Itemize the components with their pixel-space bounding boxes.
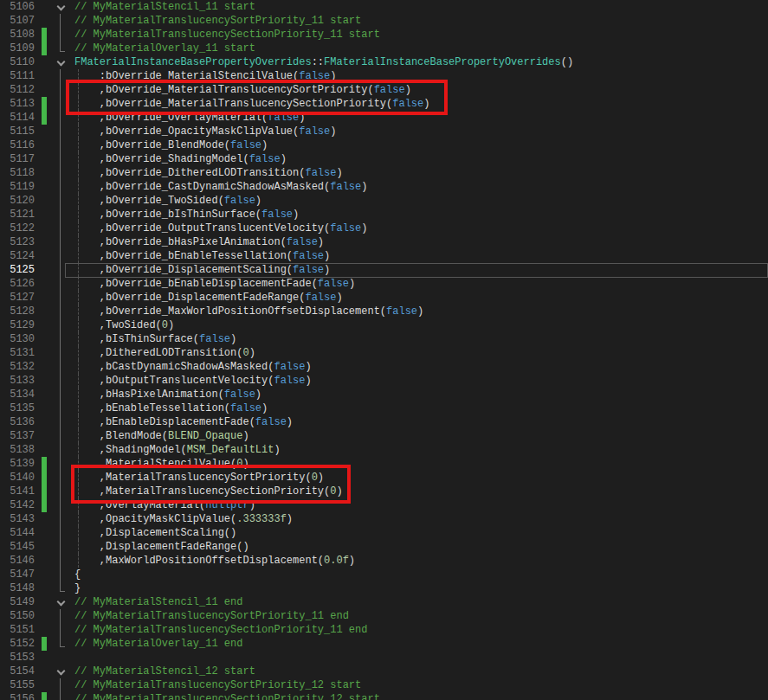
code-text[interactable]: ,bOverride_bEnableTessellation(false) [73, 249, 768, 263]
code-text[interactable]: // MyMaterialOverlay_11 start [73, 42, 768, 55]
code-text[interactable]: ,bOverride_OpacityMaskClipValue(false) [73, 125, 768, 138]
code-line[interactable]: 5132 ,bCastDynamicShadowAsMasked(false) [0, 360, 768, 374]
code-line[interactable]: 5150// MyMaterialTranslucencySortPriorit… [0, 609, 768, 623]
code-line[interactable]: 5124 ,bOverride_bEnableTessellation(fals… [0, 249, 768, 263]
code-text[interactable]: ,bHasPixelAnimation(false) [73, 388, 768, 401]
code-text[interactable]: ,MaterialStencilValue(0) [73, 457, 768, 471]
code-line[interactable]: 5121 ,bOverride_bIsThinSurface(false) [0, 208, 768, 222]
code-text[interactable]: // MyMaterialStencil_11 start [73, 0, 768, 14]
code-line[interactable]: 5147{ [0, 568, 768, 581]
code-text[interactable]: // MyMaterialStencil_11 end [73, 595, 768, 609]
code-text[interactable]: // MyMaterialStencil_12 start [73, 665, 768, 678]
code-text[interactable]: ,ShadingModel(MSM_DefaultLit) [73, 443, 768, 457]
code-text[interactable]: ,bOverride_bHasPixelAnimation(false) [73, 235, 768, 249]
code-line[interactable]: 5128 ,bOverride_MaxWorldPositionOffsetDi… [0, 305, 768, 318]
code-line[interactable]: 5117 ,bOverride_ShadingModel(false) [0, 152, 768, 166]
code-text[interactable] [73, 651, 768, 665]
code-text[interactable]: // MyMaterialTranslucencySectionPriority… [73, 623, 768, 637]
code-line[interactable]: 5129 ,TwoSided(0) [0, 318, 768, 332]
code-text[interactable]: ,bOverride_CastDynamicShadowAsMasked(fal… [73, 180, 768, 194]
code-line[interactable]: 5112 ,bOverride_MaterialTranslucencySort… [0, 83, 768, 97]
code-text[interactable]: ,TwoSided(0) [73, 318, 768, 332]
code-text[interactable]: ,bOverride_OverlayMaterial(false) [73, 111, 768, 125]
code-line[interactable]: 5123 ,bOverride_bHasPixelAnimation(false… [0, 235, 768, 249]
code-line[interactable]: 5119 ,bOverride_CastDynamicShadowAsMaske… [0, 180, 768, 194]
chevron-down-icon[interactable] [57, 3, 66, 11]
code-text[interactable]: ,bCastDynamicShadowAsMasked(false) [73, 360, 768, 374]
code-line[interactable]: 5144 ,DisplacementScaling() [0, 526, 768, 540]
code-text[interactable]: // MyMaterialTranslucencySectionPriority… [73, 28, 768, 42]
code-text[interactable]: ,bOverride_DisplacementFadeRange(false) [73, 291, 768, 305]
code-text[interactable]: ,bOverride_ShadingModel(false) [73, 152, 768, 166]
code-line[interactable]: 5108// MyMaterialTranslucencySectionPrio… [0, 28, 768, 42]
code-text[interactable]: ,bOverride_bEnableDisplacementFade(false… [73, 277, 768, 291]
code-text[interactable]: ,bOverride_DisplacementScaling(false) [73, 263, 768, 277]
code-text[interactable]: ,bOutputTranslucentVelocity(false) [73, 374, 768, 388]
code-text[interactable]: ,bOverride_MaxWorldPositionOffsetDisplac… [73, 305, 768, 318]
code-line[interactable]: 5141 ,MaterialTranslucencySectionPriorit… [0, 485, 768, 498]
code-text[interactable]: ,bOverride_BlendMode(false) [73, 138, 768, 152]
code-line[interactable]: 5111 :bOverride_MaterialStencilValue(fal… [0, 69, 768, 83]
code-text[interactable]: } [73, 581, 768, 595]
chevron-down-icon[interactable] [57, 598, 66, 607]
code-line[interactable]: 5153 [0, 651, 768, 665]
code-line[interactable]: 5118 ,bOverride_DitheredLODTransition(fa… [0, 166, 768, 180]
code-text[interactable]: ,DisplacementScaling() [73, 526, 768, 540]
code-text[interactable]: ,bOverride_MaterialTranslucencySectionPr… [73, 97, 768, 111]
code-text[interactable]: ,DitheredLODTransition(0) [73, 346, 768, 360]
chevron-down-icon[interactable] [57, 667, 66, 676]
code-line[interactable]: 5148} [0, 581, 768, 595]
code-text[interactable]: // MyMaterialTranslucencySectionPriority… [73, 692, 768, 700]
code-line[interactable]: 5113 ,bOverride_MaterialTranslucencySect… [0, 97, 768, 111]
code-line[interactable]: 5126 ,bOverride_bEnableDisplacementFade(… [0, 277, 768, 291]
code-line[interactable]: 5106// MyMaterialStencil_11 start [0, 0, 768, 14]
code-text[interactable]: FMaterialInstanceBasePropertyOverrides::… [73, 55, 768, 69]
code-line[interactable]: 5155// MyMaterialTranslucencySortPriorit… [0, 678, 768, 692]
code-line[interactable]: 5151// MyMaterialTranslucencySectionPrio… [0, 623, 768, 637]
code-text[interactable]: // MyMaterialOverlay_11 end [73, 637, 768, 651]
code-line[interactable]: 5116 ,bOverride_BlendMode(false) [0, 138, 768, 152]
code-line[interactable]: 5156// MyMaterialTranslucencySectionPrio… [0, 692, 768, 700]
code-line[interactable]: 5139 ,MaterialStencilValue(0) [0, 457, 768, 471]
code-line[interactable]: 5143 ,OpacityMaskClipValue(.333333f) [0, 512, 768, 526]
chevron-down-icon[interactable] [57, 58, 66, 67]
code-line[interactable]: 5122 ,bOverride_OutputTranslucentVelocit… [0, 222, 768, 235]
code-line[interactable]: 5138 ,ShadingModel(MSM_DefaultLit) [0, 443, 768, 457]
code-line[interactable]: 5131 ,DitheredLODTransition(0) [0, 346, 768, 360]
code-text[interactable]: ,bEnableDisplacementFade(false) [73, 415, 768, 429]
code-text[interactable]: :bOverride_MaterialStencilValue(false) [73, 69, 768, 83]
code-text[interactable]: { [73, 568, 768, 581]
code-text[interactable]: ,bOverride_bIsThinSurface(false) [73, 208, 768, 222]
code-text[interactable]: ,bEnableTessellation(false) [73, 401, 768, 415]
code-text[interactable]: ,DisplacementFadeRange() [73, 540, 768, 554]
code-line[interactable]: 5107// MyMaterialTranslucencySortPriorit… [0, 14, 768, 28]
code-line[interactable]: 5125 ,bOverride_DisplacementScaling(fals… [0, 263, 768, 277]
code-line[interactable]: 5142 ,OverlayMaterial(nullptr) [0, 498, 768, 512]
code-text[interactable]: ,bOverride_TwoSided(false) [73, 194, 768, 208]
code-line[interactable]: 5127 ,bOverride_DisplacementFadeRange(fa… [0, 291, 768, 305]
code-line[interactable]: 5115 ,bOverride_OpacityMaskClipValue(fal… [0, 125, 768, 138]
code-text[interactable]: // MyMaterialTranslucencySortPriority_12… [73, 678, 768, 692]
code-line[interactable]: 5114 ,bOverride_OverlayMaterial(false) [0, 111, 768, 125]
code-line[interactable]: 5145 ,DisplacementFadeRange() [0, 540, 768, 554]
code-line[interactable]: 5110FMaterialInstanceBasePropertyOverrid… [0, 55, 768, 69]
code-text[interactable]: ,MaxWorldPositionOffsetDisplacement(0.0f… [73, 554, 768, 568]
code-text[interactable]: ,bOverride_DitheredLODTransition(false) [73, 166, 768, 180]
code-text[interactable]: ,MaterialTranslucencySectionPriority(0) [73, 485, 768, 498]
code-line[interactable]: 5152// MyMaterialOverlay_11 end [0, 637, 768, 651]
code-text[interactable]: ,OverlayMaterial(nullptr) [73, 498, 768, 512]
code-text[interactable]: ,OpacityMaskClipValue(.333333f) [73, 512, 768, 526]
code-text[interactable]: ,bOverride_OutputTranslucentVelocity(fal… [73, 222, 768, 235]
code-line[interactable]: 5149// MyMaterialStencil_11 end [0, 595, 768, 609]
code-line[interactable]: 5109// MyMaterialOverlay_11 start [0, 42, 768, 55]
code-line[interactable]: 5120 ,bOverride_TwoSided(false) [0, 194, 768, 208]
code-line[interactable]: 5133 ,bOutputTranslucentVelocity(false) [0, 374, 768, 388]
code-text[interactable]: // MyMaterialTranslucencySortPriority_11… [73, 609, 768, 623]
code-line[interactable]: 5154// MyMaterialStencil_12 start [0, 665, 768, 678]
code-line[interactable]: 5137 ,BlendMode(BLEND_Opaque) [0, 429, 768, 443]
code-line[interactable]: 5136 ,bEnableDisplacementFade(false) [0, 415, 768, 429]
code-line[interactable]: 5135 ,bEnableTessellation(false) [0, 401, 768, 415]
code-line[interactable]: 5140 ,MaterialTranslucencySortPriority(0… [0, 471, 768, 485]
code-text[interactable]: // MyMaterialTranslucencySortPriority_11… [73, 14, 768, 28]
code-text[interactable]: ,MaterialTranslucencySortPriority(0) [73, 471, 768, 485]
